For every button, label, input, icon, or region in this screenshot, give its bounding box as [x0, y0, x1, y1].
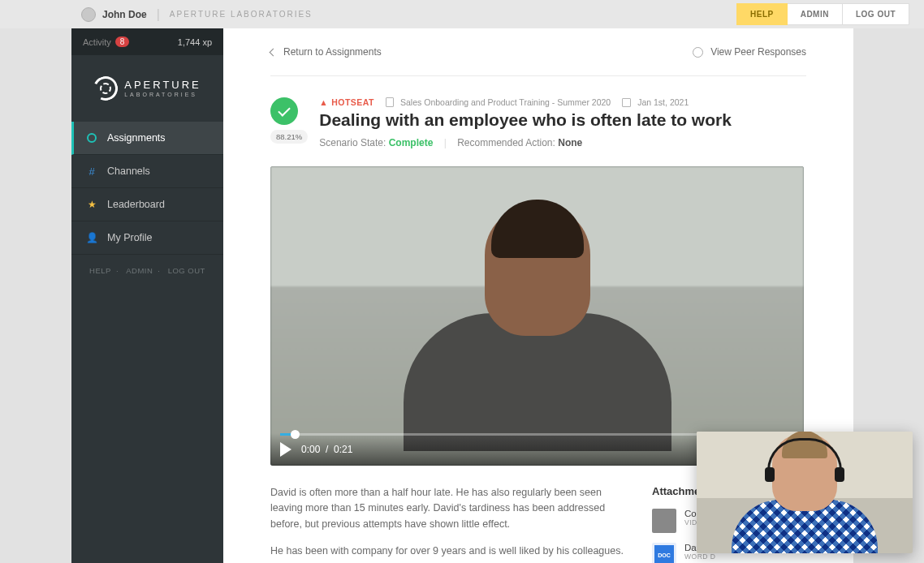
chevron-left-icon — [270, 48, 278, 56]
back-label: Return to Assignments — [283, 46, 382, 58]
attachment-thumb-icon — [652, 509, 676, 533]
hash-icon: # — [86, 165, 97, 177]
avatar-icon — [81, 7, 96, 22]
desc-paragraph: David is often more than a half hour lat… — [270, 485, 624, 532]
nav-label: Leaderboard — [107, 199, 165, 210]
sidebar-nav: Assignments # Channels ★ Leaderboard 👤 M… — [71, 122, 223, 255]
ring-icon — [87, 133, 97, 143]
video-subject — [383, 206, 692, 466]
footer-admin[interactable]: ADMIN — [121, 266, 158, 275]
view-peer-link[interactable]: View Peer Responses — [693, 46, 806, 58]
sidebar-item-leaderboard[interactable]: ★ Leaderboard — [71, 188, 223, 221]
description-text: David is often more than a half hour lat… — [270, 485, 624, 563]
video-player[interactable]: 0:00 / 0:21 — [270, 166, 804, 466]
org-name: APERTURE LABORATORIES — [170, 10, 313, 19]
sidebar-item-assignments[interactable]: Assignments — [71, 122, 223, 155]
aperture-icon — [90, 73, 121, 104]
divider — [270, 75, 806, 76]
brand-logo: APERTURE LABORATORIES — [71, 55, 223, 122]
peer-label: View Peer Responses — [710, 46, 806, 58]
course-name: Sales Onboarding and Product Training - … — [400, 97, 611, 107]
calendar-icon — [622, 98, 631, 107]
document-icon — [386, 97, 394, 107]
sidebar: Activity 8 1,744 xp APERTURE LABORATORIE… — [71, 28, 223, 563]
play-button[interactable] — [280, 442, 291, 457]
star-icon: ★ — [86, 199, 97, 210]
sidebar-footer: HELP· ADMIN· LOG OUT — [71, 266, 223, 275]
activity-badge: 8 — [115, 37, 130, 47]
sidebar-item-profile[interactable]: 👤 My Profile — [71, 221, 223, 255]
pip-subject — [723, 433, 886, 553]
video-time: 0:00 / 0:21 — [301, 444, 352, 455]
state-label: Scenario State: — [319, 137, 386, 148]
headset-icon — [767, 438, 842, 474]
divider: | — [157, 7, 160, 22]
footer-logout[interactable]: LOG OUT — [163, 266, 210, 275]
check-icon — [270, 97, 298, 125]
user-name: John Doe — [102, 9, 147, 20]
topbar-actions: HELP ADMIN LOG OUT — [736, 3, 909, 25]
logo-text: APERTURE — [124, 80, 201, 91]
topbar: John Doe | APERTURE LABORATORIES HELP AD… — [0, 0, 924, 28]
back-link[interactable]: Return to Assignments — [270, 46, 382, 58]
page-title: Dealing with an employee who is often la… — [319, 110, 806, 130]
help-button[interactable]: HELP — [736, 3, 788, 25]
attachment-type: WORD D — [684, 552, 715, 561]
hotseat-tag: ▲HOTSEAT — [319, 97, 374, 107]
scenario-header: 88.21% ▲HOTSEAT Sales Onboarding and Pro… — [270, 97, 806, 148]
desc-paragraph: He has been with company for over 9 year… — [270, 544, 624, 563]
percent-pill: 88.21% — [270, 130, 308, 144]
nav-label: My Profile — [107, 232, 153, 243]
meta-row: ▲HOTSEAT Sales Onboarding and Product Tr… — [319, 97, 806, 107]
fire-icon: ▲ — [319, 97, 328, 107]
admin-button[interactable]: ADMIN — [788, 3, 843, 25]
sidebar-item-channels[interactable]: # Channels — [71, 155, 223, 188]
person-icon: 👤 — [86, 232, 97, 243]
nav-label: Assignments — [107, 132, 166, 144]
logout-button[interactable]: LOG OUT — [843, 3, 909, 25]
assignment-date: Jan 1st, 2021 — [637, 97, 689, 107]
bulb-icon — [693, 47, 703, 58]
state-value: Complete — [389, 137, 434, 148]
state-row: Scenario State: Complete | Recommended A… — [319, 137, 806, 148]
header-row: Return to Assignments View Peer Response… — [223, 28, 853, 75]
activity-bar[interactable]: Activity 8 1,744 xp — [71, 28, 223, 55]
logo-subtext: LABORATORIES — [124, 92, 201, 97]
user-chip[interactable]: John Doe — [81, 7, 147, 22]
action-label: Recommended Action: — [457, 137, 555, 148]
word-doc-icon: DOC — [652, 543, 676, 563]
activity-label: Activity — [83, 37, 111, 47]
footer-help[interactable]: HELP — [84, 266, 116, 275]
nav-label: Channels — [107, 165, 150, 177]
xp-value: 1,744 xp — [178, 37, 212, 47]
webcam-pip[interactable] — [697, 432, 913, 553]
action-value: None — [558, 137, 582, 148]
